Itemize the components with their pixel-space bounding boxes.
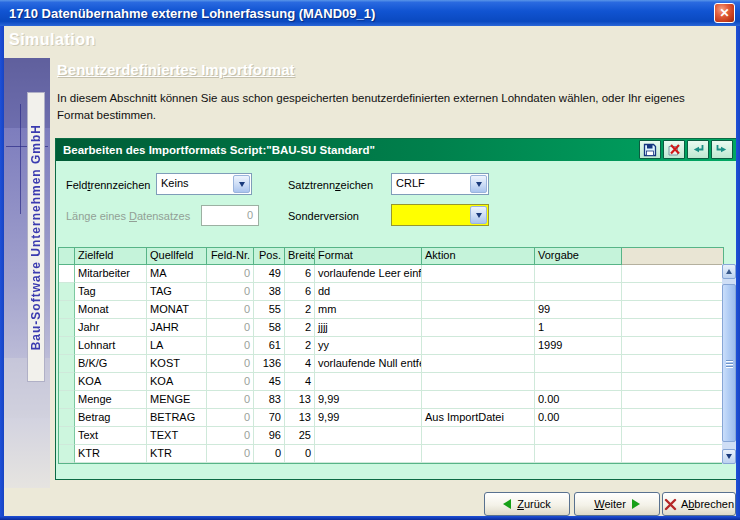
grid-cell-vorgabe[interactable] (535, 355, 622, 373)
grid-cell-vorgabe[interactable] (535, 427, 622, 445)
grid-cell-pos[interactable]: 45 (254, 373, 285, 391)
grid-cell-feldnr[interactable]: 0 (207, 283, 254, 301)
field-separator-dropdown-button[interactable] (233, 175, 250, 193)
grid-cell-quellfeld[interactable]: JAHR (147, 319, 207, 337)
grid-cell-pos[interactable]: 70 (254, 409, 285, 427)
grid-cell-aktion[interactable] (422, 301, 535, 319)
grid-cell-quellfeld[interactable]: KOST (147, 355, 207, 373)
grid-cell-vorgabe[interactable] (535, 373, 622, 391)
grid-cell-vorgabe[interactable]: 0.00 (535, 409, 622, 427)
table-row[interactable]: MonatMONAT0552mm99 (59, 301, 723, 319)
grid-cell-format[interactable]: dd (315, 283, 422, 301)
grid-cell-feldnr[interactable]: 0 (207, 391, 254, 409)
grid-cell-format[interactable] (315, 445, 422, 463)
table-row[interactable]: KTRKTR000 (59, 445, 723, 463)
grid-cell-quellfeld[interactable]: BETRAG (147, 409, 207, 427)
grid-cell-pos[interactable]: 38 (254, 283, 285, 301)
grid-cell-vorgabe[interactable] (535, 265, 622, 283)
row-selector[interactable] (59, 265, 75, 283)
grid-cell-breite[interactable]: 2 (285, 301, 315, 319)
table-row[interactable]: KOAKOA0454 (59, 373, 723, 391)
grid-cell-format[interactable]: 9,99 (315, 409, 422, 427)
row-selector[interactable] (59, 355, 75, 373)
grid-cell-zielfeld[interactable]: Mitarbeiter (75, 265, 147, 283)
grid-cell-vorgabe[interactable]: 1999 (535, 337, 622, 355)
grid-cell-breite[interactable]: 13 (285, 409, 315, 427)
header-aktion[interactable]: Aktion (422, 248, 535, 265)
table-row[interactable]: JahrJAHR0582jjjj1 (59, 319, 723, 337)
grid-cell-feldnr[interactable]: 0 (207, 409, 254, 427)
header-pos[interactable]: Pos. (254, 248, 285, 265)
grid-cell-quellfeld[interactable]: KTR (147, 445, 207, 463)
grid-cell-format[interactable]: mm (315, 301, 422, 319)
grid-cell-format[interactable]: yy (315, 337, 422, 355)
grid-cell-pos[interactable]: 61 (254, 337, 285, 355)
grid-cell-vorgabe[interactable]: 0.00 (535, 391, 622, 409)
row-selector[interactable] (59, 319, 75, 337)
grid-cell-zielfeld[interactable]: Jahr (75, 319, 147, 337)
grid-cell-breite[interactable]: 6 (285, 265, 315, 283)
row-selector[interactable] (59, 409, 75, 427)
record-separator-select[interactable]: CRLF (391, 173, 489, 195)
grid-cell-zielfeld[interactable]: Text (75, 427, 147, 445)
grid-cell-breite[interactable]: 25 (285, 427, 315, 445)
delete-button[interactable] (663, 140, 685, 159)
grid-cell-zielfeld[interactable]: B/K/G (75, 355, 147, 373)
grid-cell-breite[interactable]: 4 (285, 355, 315, 373)
grid-cell-pos[interactable]: 55 (254, 301, 285, 319)
grid-cell-breite[interactable]: 2 (285, 319, 315, 337)
table-row[interactable]: LohnartLA0612yy1999 (59, 337, 723, 355)
grid-cell-aktion[interactable] (422, 445, 535, 463)
grid-cell-feldnr[interactable]: 0 (207, 373, 254, 391)
grid-cell-quellfeld[interactable]: MENGE (147, 391, 207, 409)
grid-cell-zielfeld[interactable]: Monat (75, 301, 147, 319)
grid-cell-zielfeld[interactable]: Betrag (75, 409, 147, 427)
grid-cell-vorgabe[interactable] (535, 445, 622, 463)
grid-cell-format[interactable]: jjjj (315, 319, 422, 337)
grid-cell-format[interactable] (315, 427, 422, 445)
grid-cell-quellfeld[interactable]: TAG (147, 283, 207, 301)
row-selector[interactable] (59, 427, 75, 445)
grid-cell-format[interactable]: 9,99 (315, 391, 422, 409)
record-separator-dropdown-button[interactable] (470, 175, 487, 193)
header-breite[interactable]: Breite (285, 248, 315, 265)
grid-cell-format[interactable]: vorlaufende Null entfernen (315, 355, 422, 373)
import-button[interactable] (687, 140, 709, 159)
row-selector[interactable] (59, 283, 75, 301)
grid-cell-feldnr[interactable]: 0 (207, 355, 254, 373)
table-row[interactable]: MitarbeiterMA0496vorlaufende Leer einfüg… (59, 265, 723, 283)
table-row[interactable]: TagTAG0386dd (59, 283, 723, 301)
scroll-down-button[interactable] (722, 449, 736, 464)
grid-cell-quellfeld[interactable]: TEXT (147, 427, 207, 445)
header-vorgabe[interactable]: Vorgabe (535, 248, 622, 265)
row-selector[interactable] (59, 391, 75, 409)
close-button[interactable]: ✕ (714, 3, 735, 23)
special-version-dropdown-button[interactable] (470, 206, 487, 224)
header-format[interactable]: Format (315, 248, 422, 265)
grid-cell-breite[interactable]: 6 (285, 283, 315, 301)
grid-cell-pos[interactable]: 49 (254, 265, 285, 283)
grid-cell-quellfeld[interactable]: KOA (147, 373, 207, 391)
table-row[interactable]: BetragBETRAG070139,99Aus ImportDatei0.00 (59, 409, 723, 427)
grid-cell-zielfeld[interactable]: Tag (75, 283, 147, 301)
grid-cell-vorgabe[interactable]: 1 (535, 319, 622, 337)
export-button[interactable] (711, 140, 733, 159)
next-button[interactable]: Weiter (574, 492, 660, 516)
grid-cell-aktion[interactable] (422, 355, 535, 373)
grid-cell-aktion[interactable]: Aus ImportDatei (422, 409, 535, 427)
grid-cell-aktion[interactable] (422, 283, 535, 301)
grid-cell-feldnr[interactable]: 0 (207, 427, 254, 445)
grid-cell-aktion[interactable] (422, 373, 535, 391)
grid-cell-breite[interactable]: 0 (285, 445, 315, 463)
grid-cell-format[interactable] (315, 373, 422, 391)
scrollbar-thumb[interactable] (722, 284, 736, 442)
table-row[interactable]: MengeMENGE083139,990.00 (59, 391, 723, 409)
grid-cell-zielfeld[interactable]: KOA (75, 373, 147, 391)
row-selector[interactable] (59, 301, 75, 319)
grid-cell-format[interactable]: vorlaufende Leer einfügen (315, 265, 422, 283)
grid-cell-pos[interactable]: 58 (254, 319, 285, 337)
grid-cell-aktion[interactable] (422, 337, 535, 355)
grid-cell-breite[interactable]: 4 (285, 373, 315, 391)
grid-cell-breite[interactable]: 13 (285, 391, 315, 409)
grid-cell-feldnr[interactable]: 0 (207, 319, 254, 337)
